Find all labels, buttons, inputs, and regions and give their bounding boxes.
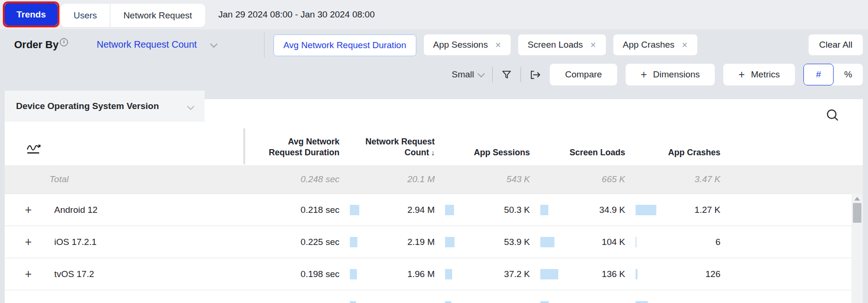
value-bar — [636, 269, 637, 279]
plus-icon: + — [738, 68, 744, 81]
chip-app-crashes[interactable]: App Crashes ✕ — [613, 34, 697, 55]
scrollbar-thumb[interactable] — [853, 203, 861, 223]
expand-row-icon[interactable]: + — [23, 267, 34, 281]
annotation-red-box: Trends — [3, 1, 59, 27]
cell-app-crashes: 126 — [636, 269, 731, 279]
chevron-down-icon — [478, 70, 485, 77]
vertical-scrollbar[interactable] — [851, 194, 863, 303]
info-icon[interactable]: i — [60, 38, 68, 46]
toggle-number[interactable]: # — [803, 64, 834, 85]
size-select-value: Small — [452, 69, 474, 80]
value-bar — [540, 205, 548, 215]
add-metrics-button[interactable]: + Metrics — [723, 64, 795, 85]
cell-screen-loads: 104 K — [540, 237, 636, 247]
value-bar — [445, 269, 452, 279]
cell-network-request-count: 1.62 M — [350, 301, 445, 303]
table-row[interactable]: + 0.219 sec 1.62 M 38.5 K 32.3 K 410 — [5, 290, 851, 303]
unit-toggle: # % — [803, 64, 863, 85]
close-icon[interactable]: ✕ — [682, 41, 688, 50]
row-name: Android 12 — [54, 205, 98, 215]
total-screen-loads: 665 K — [540, 174, 636, 185]
value-bar — [350, 269, 357, 279]
cell-avg-duration: 0.198 sec — [244, 269, 350, 279]
cell-app-crashes: 6 — [636, 237, 731, 247]
top-tab-bar: Trends Users Network Request Jan 29 2024… — [0, 0, 868, 29]
cell-app-crashes: 410 — [636, 301, 731, 303]
cell-avg-duration: 0.225 sec — [244, 237, 350, 247]
cell-network-request-count: 2.94 M — [350, 205, 445, 215]
order-by-bar: Order Byi Network Request Count Avg Netw… — [0, 29, 868, 60]
value-bar — [540, 269, 558, 279]
chip-label: App Sessions — [433, 40, 488, 50]
chip-label: App Crashes — [623, 40, 675, 50]
search-icon[interactable] — [825, 108, 840, 125]
table-row[interactable]: + tvOS 17.2 0.198 sec 1.96 M 37.2 K 136 … — [5, 258, 851, 290]
chip-screen-loads[interactable]: Screen Loads ✕ — [518, 34, 606, 55]
total-app-crashes: 3.47 K — [636, 174, 731, 185]
clear-all-button[interactable]: Clear All — [809, 34, 863, 55]
toggle-percent[interactable]: % — [834, 64, 863, 85]
order-by-label: Order Byi — [14, 38, 68, 51]
sort-descending-icon: ↓ — [431, 149, 435, 157]
column-header-app-crashes[interactable]: App Crashes — [636, 147, 731, 159]
sparkline-icon — [26, 142, 42, 155]
plus-icon: + — [641, 68, 647, 81]
tab-network-request[interactable]: Network Request — [110, 10, 206, 21]
compare-button[interactable]: Compare — [550, 64, 617, 85]
tab-users[interactable]: Users — [61, 10, 110, 21]
filter-icon[interactable] — [501, 69, 512, 80]
data-table-panel: Device Operating System Version Avg Netw… — [5, 99, 863, 303]
chevron-down-icon — [210, 41, 218, 48]
tab-trends[interactable]: Trends — [5, 3, 58, 25]
value-bar — [445, 237, 455, 247]
size-select[interactable]: Small — [452, 69, 484, 80]
total-network-request-count: 20.1 M — [350, 174, 445, 185]
date-range[interactable]: Jan 29 2024 08:00 - Jan 30 2024 08:00 — [218, 0, 375, 29]
close-icon[interactable]: ✕ — [590, 41, 596, 50]
column-header-network-request-count[interactable]: Network Request Count↓ — [350, 136, 445, 159]
value-bar — [445, 205, 454, 215]
total-label: Total — [5, 174, 244, 185]
section-divider — [264, 32, 265, 58]
column-header-avg-duration[interactable]: Avg Network Request Duration — [244, 136, 350, 159]
expand-row-icon[interactable]: + — [23, 299, 34, 303]
row-name-cell: + tvOS 17.2 — [5, 267, 244, 281]
chip-label: Screen Loads — [528, 40, 583, 50]
table-row[interactable]: + iOS 17.2.1 0.225 sec 2.19 M 53.9 K 104… — [5, 226, 851, 258]
table-row[interactable]: + Android 12 0.218 sec 2.94 M 50.3 K 34.… — [5, 194, 851, 226]
cell-screen-loads: 32.3 K — [540, 301, 636, 303]
metric-chip-list: Avg Network Request Duration App Session… — [273, 34, 697, 56]
table-body: + Android 12 0.218 sec 2.94 M 50.3 K 34.… — [5, 194, 851, 303]
cell-app-sessions: 50.3 K — [445, 205, 540, 215]
table-header-row: Avg Network Request Duration Network Req… — [5, 99, 731, 165]
export-icon[interactable] — [529, 69, 541, 80]
toolbar-divider — [521, 67, 521, 82]
total-avg-duration: 0.248 sec — [244, 174, 350, 185]
cell-app-sessions: 37.2 K — [445, 269, 540, 279]
row-name: tvOS 17.2 — [54, 269, 94, 279]
cell-network-request-count: 2.19 M — [350, 237, 445, 247]
value-bar — [636, 237, 637, 247]
row-name-cell: + iOS 17.2.1 — [5, 235, 244, 249]
expand-row-icon[interactable]: + — [23, 235, 34, 249]
chip-avg-network-request-duration[interactable]: Avg Network Request Duration — [273, 34, 416, 56]
add-dimensions-button[interactable]: + Dimensions — [626, 64, 715, 85]
toolbar-divider — [492, 67, 493, 82]
cell-app-crashes: 1.27 K — [636, 205, 731, 215]
value-bar — [350, 237, 357, 247]
total-app-sessions: 543 K — [445, 174, 540, 185]
trend-column-header[interactable] — [5, 142, 244, 159]
column-header-app-sessions[interactable]: App Sessions — [445, 147, 540, 159]
scroll-up-icon[interactable] — [854, 197, 860, 201]
value-bar — [636, 301, 648, 303]
order-by-select[interactable]: Network Request Count — [97, 39, 197, 50]
chip-label: Avg Network Request Duration — [283, 40, 406, 50]
cell-app-sessions: 38.5 K — [445, 301, 540, 303]
cell-app-sessions: 53.9 K — [445, 237, 540, 247]
analytics-dashboard: Trends Users Network Request Jan 29 2024… — [0, 0, 868, 303]
chip-app-sessions[interactable]: App Sessions ✕ — [424, 34, 511, 55]
expand-row-icon[interactable]: + — [23, 203, 34, 217]
column-header-screen-loads[interactable]: Screen Loads — [540, 147, 636, 159]
close-icon[interactable]: ✕ — [495, 41, 501, 50]
row-name-cell: + — [5, 299, 244, 303]
